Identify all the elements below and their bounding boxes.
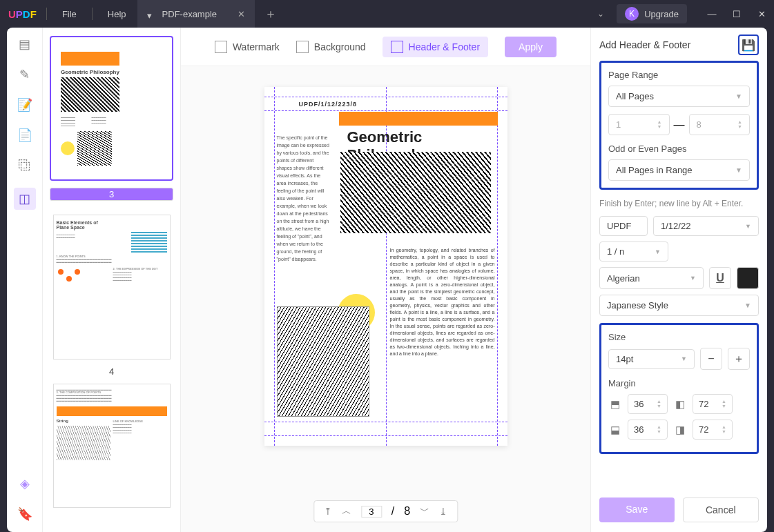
- input-hint: Finish by Enter; new line by Alt + Enter…: [599, 198, 759, 209]
- save-button[interactable]: Save: [599, 497, 675, 522]
- chevron-down-icon: ▼: [655, 248, 661, 255]
- current-page-input[interactable]: [361, 506, 382, 518]
- chevron-down-icon: ▼: [735, 92, 742, 100]
- odd-even-label: Odd or Even Pages: [608, 144, 750, 154]
- cancel-button[interactable]: Cancel: [683, 497, 760, 522]
- main-area: ▤ ✎ 📝 📄 ⿻ ◫ ◈ 🔖 Geometric Philosophy ▬▬▬…: [7, 28, 767, 532]
- layers-icon[interactable]: ◈: [17, 475, 33, 492]
- size-margin-group: Size 14pt▼ − ＋ Margin ⬒ 36▲▼ ◧ 72▲▼ ⬓ 36…: [599, 323, 759, 454]
- text-token-select[interactable]: UPDF: [599, 216, 648, 236]
- tab-dropdown-icon[interactable]: ▾: [147, 10, 154, 17]
- edit-tool-icon[interactable]: 📝: [17, 97, 33, 113]
- size-increase-button[interactable]: ＋: [728, 348, 750, 370]
- tool-rail: ▤ ✎ 📝 📄 ⿻ ◫ ◈ 🔖: [7, 28, 43, 532]
- header-footer-button[interactable]: Header & Footer: [383, 37, 489, 57]
- thumbnail-page-5[interactable]: ▬▬▬▬▬▬▬▬▬▬▬▬▬▬▬▬▬▬▬▬3. THE COMPOSITION O…: [53, 384, 171, 508]
- header-footer-panel: Add Header & Footer 💾 Page Range All Pag…: [590, 28, 767, 532]
- watermark-icon: [215, 41, 227, 53]
- menu-help[interactable]: Help: [102, 9, 132, 19]
- next-page-button[interactable]: ﹀: [420, 505, 429, 518]
- range-to-input[interactable]: 8▲▼: [689, 114, 751, 135]
- date-format-select[interactable]: 1/12/22▼: [653, 216, 759, 236]
- menu-file[interactable]: File: [57, 9, 82, 19]
- chevron-down-icon: ▼: [735, 166, 742, 174]
- canvas-area: Watermark Background Header & Footer App…: [181, 28, 590, 532]
- size-label: Size: [608, 332, 750, 342]
- panel-title: Add Header & Footer: [599, 39, 690, 50]
- underline-button[interactable]: U: [709, 267, 731, 289]
- page-separator: /: [391, 505, 394, 518]
- thumbnail-panel: Geometric Philosophy ▬▬▬▬▬▬▬▬▬▬▬▬▬▬▬▬▬▬▬…: [43, 28, 181, 532]
- first-page-button[interactable]: ⤒: [324, 506, 332, 517]
- header-footer-icon: [391, 41, 403, 53]
- bookmark-icon[interactable]: 🔖: [17, 506, 33, 522]
- page-right-text: In geometry, topology, and related branc…: [390, 247, 495, 357]
- chevron-down-icon: ▼: [744, 302, 751, 309]
- window-maximize[interactable]: ☐: [724, 9, 749, 19]
- chevron-down-icon: ▼: [690, 275, 696, 282]
- margin-bottom-input[interactable]: 36▲▼: [628, 420, 668, 440]
- margin-label: Margin: [608, 378, 750, 388]
- reader-tool-icon[interactable]: ▤: [17, 36, 33, 52]
- tab-title: PDF-example: [162, 9, 217, 19]
- size-decrease-button[interactable]: −: [700, 348, 722, 370]
- page-canvas[interactable]: UPDF/1/12/223/8 Geometric Philosophy The…: [181, 66, 590, 532]
- page-hero-image: [340, 152, 491, 233]
- crop-tool-icon[interactable]: ⿻: [17, 157, 33, 174]
- comment-tool-icon[interactable]: ✎: [17, 66, 33, 83]
- thumbnail-page-4[interactable]: Basic Elements ofPlane Space ▬▬▬▬▬▬▬▬▬▬▬…: [53, 215, 171, 359]
- color-button[interactable]: [737, 267, 759, 289]
- page-photo: [277, 306, 369, 417]
- thumbnail-number-4: 4: [50, 366, 173, 377]
- titlebar: UPDF File Help ▾ PDF-example ✕ ＋ ⌄ K Upg…: [0, 0, 774, 28]
- watermark-button[interactable]: Watermark: [215, 41, 280, 53]
- margin-right-icon: ◨: [673, 424, 687, 436]
- window-minimize[interactable]: —: [699, 9, 724, 19]
- new-tab-button[interactable]: ＋: [264, 6, 277, 22]
- page-range-label: Page Range: [608, 70, 750, 80]
- user-avatar: K: [625, 7, 639, 21]
- range-from-input[interactable]: 1▲▼: [608, 114, 670, 135]
- app-logo: UPDF: [8, 8, 37, 20]
- prev-page-button[interactable]: ︿: [342, 505, 351, 518]
- thumbnail-number-3: 3: [50, 188, 173, 201]
- margin-top-input[interactable]: 36▲▼: [628, 394, 668, 414]
- margin-left-icon: ◧: [673, 398, 687, 411]
- page-navigator: ⤒ ︿ / 8 ﹀ ⤓: [313, 500, 458, 522]
- window-close[interactable]: ✕: [749, 9, 774, 19]
- save-template-icon[interactable]: 💾: [738, 35, 759, 55]
- apply-button[interactable]: Apply: [505, 37, 557, 57]
- chevron-down-icon: ▼: [745, 223, 751, 230]
- page-format-select[interactable]: 1 / n▼: [599, 242, 668, 262]
- chevron-down-icon: ▼: [681, 355, 687, 362]
- header-footer-preview-text: UPDF/1/12/223/8: [299, 101, 358, 108]
- document-tab[interactable]: ▾ PDF-example ✕: [137, 0, 255, 28]
- upgrade-label: Upgrade: [644, 9, 679, 19]
- margin-right-input[interactable]: 72▲▼: [693, 420, 733, 440]
- margin-left-input[interactable]: 72▲▼: [693, 394, 733, 414]
- thumbnail-page-3[interactable]: Geometric Philosophy ▬▬▬▬▬▬▬▬▬▬▬▬▬▬▬▬▬▬▬…: [50, 36, 173, 181]
- last-page-button[interactable]: ⤓: [439, 506, 447, 517]
- total-pages: 8: [404, 505, 410, 518]
- organize-tool-icon[interactable]: 📄: [17, 127, 33, 144]
- odd-even-select[interactable]: All Pages in Range▼: [608, 159, 750, 181]
- page-preview: UPDF/1/12/223/8 Geometric Philosophy The…: [264, 87, 507, 446]
- page-tools-topbar: Watermark Background Header & Footer App…: [181, 28, 590, 66]
- close-icon[interactable]: ✕: [238, 9, 245, 19]
- margin-top-icon: ⬒: [608, 398, 622, 411]
- background-button[interactable]: Background: [296, 41, 366, 53]
- page-range-group: Page Range All Pages▼ 1▲▼ — 8▲▼ Odd or E…: [599, 61, 759, 190]
- tabs-overflow-icon[interactable]: ⌄: [597, 9, 604, 19]
- range-dash: —: [674, 119, 685, 131]
- background-icon: [296, 41, 309, 53]
- page-left-text: The specific point of the image can be e…: [277, 134, 331, 263]
- font-select[interactable]: Algerian▼: [599, 267, 704, 289]
- style-select[interactable]: Japanese Style▼: [599, 295, 759, 316]
- margin-bottom-icon: ⬓: [608, 424, 622, 436]
- page-range-select[interactable]: All Pages▼: [608, 86, 750, 107]
- upgrade-button[interactable]: K Upgrade: [617, 4, 687, 23]
- font-size-select[interactable]: 14pt▼: [608, 349, 695, 369]
- page-tools-icon[interactable]: ◫: [14, 188, 36, 210]
